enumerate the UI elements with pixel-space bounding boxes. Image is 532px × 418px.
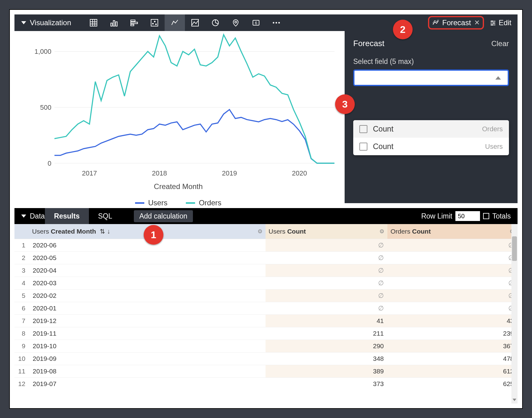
cell-users-count[interactable]: 290 xyxy=(266,340,388,353)
y-tick-label: 0 xyxy=(14,160,51,168)
col-users-count[interactable]: Users Count ⚙ xyxy=(266,224,388,239)
cell-month[interactable]: 2020-04 xyxy=(29,264,265,277)
cell-month[interactable]: 2020-02 xyxy=(29,290,265,302)
scrollbar[interactable] xyxy=(511,224,518,404)
select-field-input[interactable] xyxy=(353,69,509,86)
col-rownum xyxy=(14,224,29,239)
svg-rect-29 xyxy=(493,22,494,24)
table-row: 102019-09348478 xyxy=(14,353,518,365)
scroll-thumb[interactable] xyxy=(512,236,517,261)
legend-item[interactable]: Orders xyxy=(186,199,221,207)
cell-orders-count[interactable]: ∅ xyxy=(387,239,518,252)
table-row: 42020-03∅∅ xyxy=(14,277,518,290)
checkbox[interactable] xyxy=(359,125,367,133)
cell-orders-count[interactable]: 367 xyxy=(387,340,518,353)
data-toggle[interactable]: Data xyxy=(14,212,45,220)
row-number: 6 xyxy=(14,302,29,315)
results-table-wrap: Users Created Month ⇅ ↓ ⚙ Users Count ⚙ … xyxy=(14,224,518,404)
cell-users-count[interactable]: 348 xyxy=(266,353,388,365)
cell-users-count[interactable]: 211 xyxy=(266,327,388,340)
cell-month[interactable]: 2019-11 xyxy=(29,327,265,340)
visualization-toggle[interactable]: Visualization xyxy=(14,18,71,27)
cell-orders-count[interactable]: ∅ xyxy=(387,290,518,302)
cell-month[interactable]: 2020-03 xyxy=(29,277,265,290)
forecast-button[interactable]: Forecast ✕ xyxy=(428,16,484,30)
legend-item[interactable]: Users xyxy=(135,199,167,207)
cell-orders-count[interactable]: ∅ xyxy=(387,264,518,277)
cell-month[interactable]: 2019-10 xyxy=(29,340,265,353)
svg-point-22 xyxy=(273,22,274,24)
cell-month[interactable]: 2019-12 xyxy=(29,315,265,327)
cell-orders-count[interactable]: 478 xyxy=(387,353,518,365)
bar-chart-icon[interactable] xyxy=(124,14,144,31)
cell-month[interactable]: 2019-08 xyxy=(29,365,265,378)
add-calculation-button[interactable]: Add calculation xyxy=(134,210,193,222)
clear-button[interactable]: Clear xyxy=(491,39,509,48)
field-dropdown: CountOrders👆CountUsers xyxy=(353,120,509,155)
checkbox[interactable] xyxy=(359,143,367,151)
svg-point-19 xyxy=(235,21,237,23)
cell-users-count[interactable]: ∅ xyxy=(266,252,388,264)
close-icon[interactable]: ✕ xyxy=(474,19,480,27)
cell-users-count[interactable]: 389 xyxy=(266,365,388,378)
svg-point-24 xyxy=(278,22,280,24)
scroll-down-icon[interactable] xyxy=(513,399,516,402)
pie-chart-icon[interactable] xyxy=(205,14,226,31)
dropdown-option[interactable]: CountOrders👆 xyxy=(353,120,509,138)
cell-orders-count[interactable]: 43 xyxy=(387,315,518,327)
table-row: 72019-124143 xyxy=(14,315,518,327)
gear-icon[interactable]: ⚙ xyxy=(379,228,384,235)
cell-users-count[interactable]: ∅ xyxy=(266,290,388,302)
table-row: 112019-08389612 xyxy=(14,365,518,378)
totals-checkbox[interactable] xyxy=(483,213,489,219)
cell-orders-count[interactable]: ∅ xyxy=(387,252,518,264)
svg-rect-8 xyxy=(131,20,135,22)
cell-orders-count[interactable]: 239 xyxy=(387,327,518,340)
row-limit-input[interactable] xyxy=(455,211,480,221)
table-chart-icon[interactable] xyxy=(83,14,104,31)
select-field-label: Select field (5 max) xyxy=(353,57,509,66)
table-row: 52020-02∅∅ xyxy=(14,290,518,302)
area-chart-icon[interactable] xyxy=(185,14,205,31)
legend-label: Orders xyxy=(199,199,221,207)
data-bar: Data Results SQL Add calculation Row Lim… xyxy=(14,208,518,224)
column-chart-icon[interactable] xyxy=(104,14,124,31)
x-tick-label: 2018 xyxy=(147,169,172,177)
forecast-label: Forecast xyxy=(442,18,471,27)
cell-orders-count[interactable]: 612 xyxy=(387,365,518,378)
cell-month[interactable]: 2020-01 xyxy=(29,302,265,315)
cell-users-count[interactable]: ∅ xyxy=(266,302,388,315)
row-number: 5 xyxy=(14,290,29,302)
table-row: 32020-04∅∅ xyxy=(14,264,518,277)
tab-results[interactable]: Results xyxy=(45,208,89,224)
gear-icon[interactable]: ⚙ xyxy=(258,228,262,235)
cell-users-count[interactable]: 41 xyxy=(266,315,388,327)
col-orders-count[interactable]: Orders Count ⚙ xyxy=(387,224,518,239)
cell-orders-count[interactable]: 625 xyxy=(387,378,518,390)
single-value-icon[interactable]: 6 xyxy=(246,14,266,31)
visualization-bar: Visualization 6 Forecast ✕ Edit xyxy=(14,14,518,31)
chart-canvas xyxy=(14,31,342,203)
tab-sql[interactable]: SQL xyxy=(89,208,122,224)
row-number: 12 xyxy=(14,378,29,390)
more-chart-types-icon[interactable] xyxy=(266,14,286,31)
cell-users-count[interactable]: ∅ xyxy=(266,264,388,277)
dropdown-option[interactable]: CountUsers xyxy=(353,138,509,155)
cell-month[interactable]: 2019-09 xyxy=(29,353,265,365)
table-row: 82019-11211239 xyxy=(14,327,518,340)
scatter-chart-icon[interactable] xyxy=(144,14,165,31)
cell-orders-count[interactable]: ∅ xyxy=(387,277,518,290)
map-chart-icon[interactable] xyxy=(226,14,246,31)
cell-users-count[interactable]: 373 xyxy=(266,378,388,390)
cell-users-count[interactable]: ∅ xyxy=(266,277,388,290)
row-number: 7 xyxy=(14,315,29,327)
cell-month[interactable]: 2020-05 xyxy=(29,252,265,264)
cell-month[interactable]: 2019-07 xyxy=(29,378,265,390)
cell-orders-count[interactable]: ∅ xyxy=(387,302,518,315)
edit-button[interactable]: Edit xyxy=(490,18,511,27)
line-chart-icon[interactable] xyxy=(165,14,185,31)
annotation-badge-3: 3 xyxy=(335,94,355,114)
cell-users-count[interactable]: ∅ xyxy=(266,239,388,252)
option-sublabel: Orders xyxy=(482,125,503,133)
svg-rect-30 xyxy=(491,24,493,26)
